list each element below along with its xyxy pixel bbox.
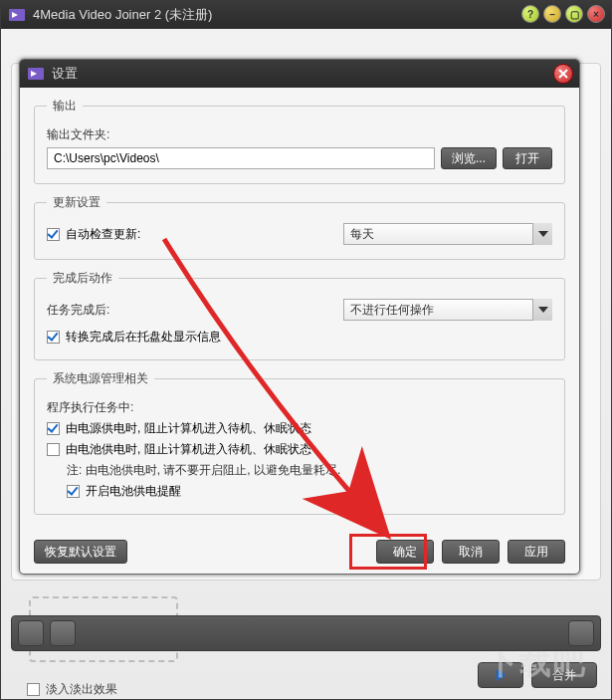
media-toolbar <box>11 615 601 651</box>
dialog-body: 输出 输出文件夹: 浏览... 打开 更新设置 <box>20 88 579 515</box>
task-done-select[interactable]: 不进行任何操作 <box>343 299 552 321</box>
maximize-button[interactable]: ▢ <box>565 5 583 23</box>
battery-reminder-label: 开启电池供电提醒 <box>86 483 181 500</box>
battery-power-checkbox[interactable] <box>47 443 60 456</box>
ac-power-label: 由电源供电时, 阻止计算机进入待机、休眠状态 <box>66 420 311 437</box>
tray-info-label: 转换完成后在托盘处显示信息 <box>66 329 221 346</box>
dialog-logo-icon <box>28 68 44 80</box>
window-title: 4Media Video Joiner 2 (未注册) <box>33 6 212 24</box>
battery-power-option[interactable]: 由电池供电时, 阻止计算机进入待机、休眠状态 <box>47 441 311 458</box>
help-button[interactable]: ? <box>521 5 539 23</box>
settings-dialog: 设置 输出 输出文件夹: 浏览... 打开 <box>19 59 580 575</box>
title-bar: 4Media Video Joiner 2 (未注册) ? – ▢ × <box>1 1 611 29</box>
power-legend: 系统电源管理相关 <box>47 370 154 387</box>
ok-button[interactable]: 确定 <box>376 540 434 564</box>
fade-checkbox[interactable] <box>27 683 40 696</box>
browse-button[interactable]: 浏览... <box>441 147 497 169</box>
update-legend: 更新设置 <box>47 194 106 211</box>
content-area: 将视频文件拖拽至此 淡入淡出效果 合并 下载吧 设置 输出 <box>1 29 611 699</box>
update-frequency-select[interactable]: 每天 <box>343 223 552 245</box>
start-button[interactable] <box>478 662 523 688</box>
apply-button[interactable]: 应用 <box>508 540 565 564</box>
play-icon <box>497 669 506 681</box>
battery-power-label: 由电池供电时, 阻止计算机进入待机、休眠状态 <box>66 441 311 458</box>
fade-label: 淡入淡出效果 <box>46 681 117 698</box>
bottom-toolbar: 合并 <box>478 662 597 688</box>
merge-label: 合并 <box>552 667 576 684</box>
auto-check-label: 自动检查更新: <box>66 226 140 243</box>
window-buttons: ? – ▢ × <box>521 5 605 23</box>
after-group: 完成后动作 任务完成后: 不进行任何操作 转换完成后在托盘处显示信息 <box>34 270 565 360</box>
battery-note: 注: 由电池供电时, 请不要开启阻止, 以避免电量耗尽. <box>67 462 340 479</box>
output-legend: 输出 <box>47 98 83 115</box>
restore-defaults-button[interactable]: 恢复默认设置 <box>34 540 127 564</box>
auto-check-checkbox[interactable] <box>47 228 60 241</box>
output-group: 输出 输出文件夹: 浏览... 打开 <box>34 98 565 184</box>
dialog-title: 设置 <box>52 65 78 83</box>
open-button[interactable]: 打开 <box>503 147 552 169</box>
power-group: 系统电源管理相关 程序执行任务中: 由电源供电时, 阻止计算机进入待机、休眠状态 <box>34 370 565 515</box>
after-legend: 完成后动作 <box>47 270 118 287</box>
ac-power-checkbox[interactable] <box>47 422 60 435</box>
dialog-buttons: 恢复默认设置 确定 取消 应用 <box>34 540 565 564</box>
running-label: 程序执行任务中: <box>47 399 133 416</box>
dialog-close-button[interactable] <box>553 64 573 84</box>
task-done-label: 任务完成后: <box>47 302 109 319</box>
close-button[interactable]: × <box>587 5 605 23</box>
toolbar-play-button[interactable] <box>568 620 594 646</box>
update-group: 更新设置 自动检查更新: 每天 <box>34 194 565 260</box>
fade-effect-option[interactable]: 淡入淡出效果 <box>27 681 117 698</box>
chevron-down-icon <box>532 299 552 321</box>
toolbar-btn-2[interactable] <box>50 620 76 646</box>
battery-reminder-checkbox[interactable] <box>67 485 80 498</box>
ac-power-option[interactable]: 由电源供电时, 阻止计算机进入待机、休眠状态 <box>47 420 311 437</box>
app-logo-icon <box>9 9 25 21</box>
merge-button[interactable]: 合并 <box>531 662 597 688</box>
task-done-value: 不进行任何操作 <box>350 302 434 319</box>
battery-reminder-option[interactable]: 开启电池供电提醒 <box>67 483 181 500</box>
close-icon <box>558 69 568 79</box>
tray-info-checkbox[interactable] <box>47 331 60 344</box>
chevron-down-icon <box>532 223 552 245</box>
output-folder-input[interactable] <box>47 147 435 169</box>
auto-check-option[interactable]: 自动检查更新: <box>47 226 140 243</box>
cancel-button[interactable]: 取消 <box>442 540 500 564</box>
tray-info-option[interactable]: 转换完成后在托盘处显示信息 <box>47 329 221 346</box>
dialog-title-bar: 设置 <box>20 60 579 88</box>
output-folder-label: 输出文件夹: <box>47 126 109 143</box>
minimize-button[interactable]: – <box>543 5 561 23</box>
update-frequency-value: 每天 <box>350 226 374 243</box>
toolbar-btn-1[interactable] <box>18 620 44 646</box>
main-window: 4Media Video Joiner 2 (未注册) ? – ▢ × 将视频文… <box>0 0 612 700</box>
